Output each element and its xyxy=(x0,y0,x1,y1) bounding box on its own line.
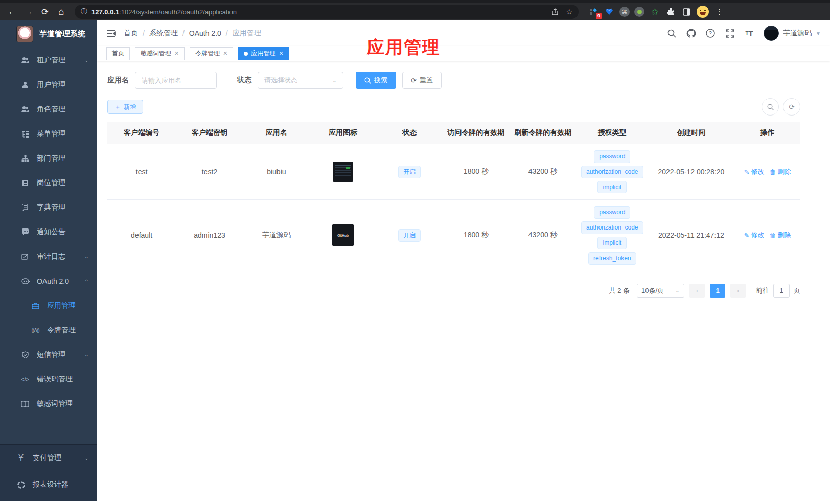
sidebar-item-label: 用户管理 xyxy=(37,80,89,89)
sidebar-item-errcode[interactable]: </> 错误码管理 xyxy=(0,367,97,392)
delete-button[interactable]: 🗑删除 xyxy=(770,167,791,176)
bookmark-star-icon[interactable]: ☆ xyxy=(566,8,572,16)
sidebar-menu: 租户管理 ⌄ 用户管理 角色管理 菜单管理 部门管理 岗位管理 xyxy=(0,47,97,433)
status-select[interactable]: 请选择状态 ⌄ xyxy=(258,72,343,89)
sidebar-item-pay[interactable]: ¥ 支付管理 ⌄ xyxy=(0,445,97,471)
sidebar-collapse-icon[interactable] xyxy=(106,30,116,37)
browser-reload-icon[interactable]: ⟳ xyxy=(38,5,52,19)
sidebar-item-sms[interactable]: 短信管理 ⌄ xyxy=(0,342,97,367)
topbar-actions: ? TT 芋道源码 ▼ xyxy=(666,26,821,41)
briefcase-icon xyxy=(31,301,40,310)
browser-home-icon[interactable]: ⌂ xyxy=(54,5,68,19)
tab-application-management[interactable]: 应用管理✕ xyxy=(238,47,289,60)
next-page-button[interactable]: › xyxy=(730,284,746,298)
sidebar-bottom-section: ¥ 支付管理 ⌄ 报表设计器 xyxy=(0,444,97,501)
badge-icon xyxy=(20,178,30,188)
app-name-cell: 芋道源码 xyxy=(243,230,310,241)
sidebar-item-role[interactable]: 角色管理 xyxy=(0,97,97,122)
split-view-icon[interactable] xyxy=(681,6,692,17)
app-logo xyxy=(16,26,33,42)
command-extension-icon[interactable]: ⌘ xyxy=(619,7,630,17)
tab-token-management[interactable]: 令牌管理✕ xyxy=(190,47,233,60)
browser-profile-avatar[interactable] xyxy=(697,6,709,18)
dictionary-icon xyxy=(20,203,30,212)
created-time-cell: 2022-05-12 00:28:20 xyxy=(648,167,735,177)
green-star-extension-icon[interactable]: ✩ xyxy=(649,6,660,17)
grant-type-tag: implicit xyxy=(597,237,627,249)
recorder-extension-icon[interactable] xyxy=(634,7,644,17)
breadcrumb: 首页 / 系统管理 / OAuth 2.0 / 应用管理 xyxy=(124,29,261,38)
site-info-icon[interactable]: ⓘ xyxy=(81,7,87,16)
client-id-cell: test xyxy=(107,167,176,177)
sidebar-item-dept[interactable]: 部门管理 xyxy=(0,146,97,171)
prev-page-button[interactable]: ‹ xyxy=(689,284,705,298)
edit-button[interactable]: ✎修改 xyxy=(744,231,765,240)
page-suffix-label: 页 xyxy=(794,286,800,295)
sidebar-item-label: OAuth 2.0 xyxy=(37,277,84,285)
refresh-token-validity-cell: 43200 秒 xyxy=(509,230,577,241)
tag-views-bar: 首页 敏感词管理✕ 令牌管理✕ 应用管理✕ xyxy=(97,46,830,61)
tab-sensitive-words[interactable]: 敏感词管理✕ xyxy=(135,47,185,60)
search-button[interactable]: 搜索 xyxy=(356,72,396,89)
browser-forward-icon[interactable]: → xyxy=(21,5,36,19)
app-name-input[interactable] xyxy=(135,72,217,89)
github-icon[interactable] xyxy=(686,28,696,38)
breadcrumb-oauth[interactable]: OAuth 2.0 xyxy=(189,29,221,37)
page-size-select[interactable]: 10条/页 ⌄ xyxy=(637,284,684,298)
close-icon[interactable]: ✕ xyxy=(223,50,227,57)
user-menu[interactable]: 芋道源码 ▼ xyxy=(764,26,821,41)
gem-extension-icon[interactable] xyxy=(604,6,615,17)
sidebar-item-audit[interactable]: 审计日志 ⌄ xyxy=(0,244,97,269)
sidebar-item-oauth[interactable]: OAuth 2.0 ⌃ xyxy=(0,269,97,293)
roles-icon xyxy=(20,105,30,114)
chevron-down-icon: ⌄ xyxy=(675,287,680,294)
sidebar-item-post[interactable]: 岗位管理 xyxy=(0,171,97,195)
edit-button[interactable]: ✎修改 xyxy=(744,167,765,176)
help-icon[interactable]: ? xyxy=(705,28,716,38)
share-icon[interactable] xyxy=(551,8,559,16)
breadcrumb-home[interactable]: 首页 xyxy=(124,29,138,38)
user-name: 芋道源码 xyxy=(783,29,812,38)
sidebar-item-report[interactable]: 报表设计器 xyxy=(0,471,97,498)
font-size-icon[interactable]: TT xyxy=(744,28,754,38)
sidebar-item-label: 短信管理 xyxy=(37,350,84,359)
app-name-cell: biubiu xyxy=(243,167,310,177)
sidebar-item-user[interactable]: 用户管理 xyxy=(0,73,97,97)
add-button[interactable]: ＋ 新增 xyxy=(107,100,143,114)
browser-address-bar[interactable]: ⓘ 127.0.0.1:1024/system/oauth2/oauth2/ap… xyxy=(75,5,579,19)
sidebar-item-tenant[interactable]: 租户管理 ⌄ xyxy=(0,48,97,73)
puzzle-extensions-icon[interactable] xyxy=(665,6,676,17)
browser-menu-icon[interactable]: ⋮ xyxy=(716,7,723,16)
page-number-button[interactable]: 1 xyxy=(710,284,725,298)
show-search-toggle-icon[interactable] xyxy=(762,98,779,116)
search-icon[interactable] xyxy=(666,28,677,38)
sidebar-item-dict[interactable]: 字典管理 xyxy=(0,195,97,220)
browser-back-icon[interactable]: ← xyxy=(5,5,19,19)
sidebar-item-sensitive[interactable]: 敏感词管理 xyxy=(0,392,97,416)
tab-home[interactable]: 首页 xyxy=(106,47,130,60)
reset-button[interactable]: ⟳ 重置 xyxy=(402,72,442,89)
svg-text:?: ? xyxy=(709,31,712,36)
sidebar-item-notice[interactable]: 通知公告 xyxy=(0,220,97,244)
url-host: 127.0.0.1 xyxy=(91,8,119,16)
grant-type-tag: refresh_token xyxy=(588,252,636,265)
close-icon[interactable]: ✕ xyxy=(174,50,179,57)
delete-button[interactable]: 🗑删除 xyxy=(770,231,791,240)
extension-grid-icon[interactable]: 9 xyxy=(588,6,599,17)
access-token-validity-cell: 1800 秒 xyxy=(443,230,509,241)
sidebar-item-oauth-application[interactable]: 应用管理 xyxy=(0,293,97,318)
url-text[interactable]: 127.0.0.1:1024/system/oauth2/oauth2/appl… xyxy=(91,8,544,16)
status-badge: 开启 xyxy=(398,166,421,178)
goto-page-input[interactable] xyxy=(773,284,790,298)
fullscreen-icon[interactable] xyxy=(725,28,735,38)
table-row: default admin123 芋道源码 GitHub 开启 1800 秒 4… xyxy=(107,200,800,271)
close-icon[interactable]: ✕ xyxy=(279,50,283,57)
breadcrumb-system[interactable]: 系统管理 xyxy=(149,29,178,38)
chevron-down-icon: ⌄ xyxy=(332,77,337,84)
sidebar-item-menu[interactable]: 菜单管理 xyxy=(0,122,97,146)
refresh-table-icon[interactable]: ⟳ xyxy=(783,98,800,116)
app-logo-bar[interactable]: 芋道管理系统 xyxy=(0,20,97,47)
grant-type-tag: implicit xyxy=(597,181,627,194)
sidebar-item-label: 支付管理 xyxy=(33,453,84,463)
sidebar-item-oauth-token[interactable]: ((A)) 令牌管理 xyxy=(0,318,97,342)
